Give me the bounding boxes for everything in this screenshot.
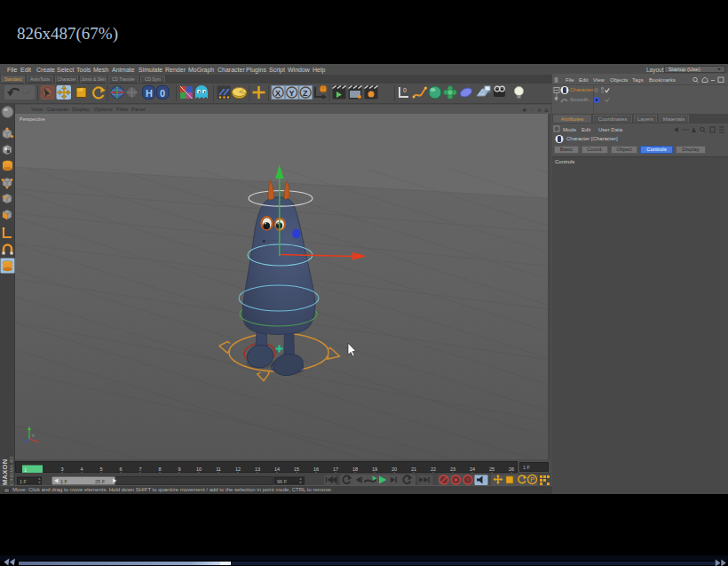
svg-text:1 F: 1 F — [60, 479, 68, 484]
svg-text:11: 11 — [216, 466, 221, 472]
svg-text:24: 24 — [470, 466, 475, 472]
svg-text:0: 0 — [160, 88, 165, 99]
svg-text:0: 0 — [403, 87, 407, 93]
svg-text:18: 18 — [352, 466, 358, 472]
svg-text:H: H — [146, 88, 153, 99]
svg-text:9: 9 — [178, 466, 180, 472]
svg-text:26: 26 — [509, 466, 514, 472]
svg-text:8: 8 — [158, 466, 161, 472]
svg-text:15: 15 — [294, 466, 299, 472]
svg-text:Y: Y — [32, 434, 35, 438]
svg-text:6: 6 — [119, 466, 122, 472]
svg-text:20: 20 — [392, 466, 397, 472]
svg-text:96 F: 96 F — [277, 479, 288, 484]
svg-text:5: 5 — [99, 466, 102, 472]
svg-text:19: 19 — [372, 466, 377, 472]
svg-text:X: X — [275, 89, 281, 98]
svg-text:25 F: 25 F — [95, 479, 106, 484]
svg-text:13: 13 — [255, 466, 260, 472]
svg-text:7: 7 — [138, 466, 141, 472]
svg-text:14: 14 — [274, 466, 280, 472]
svg-text:4: 4 — [80, 466, 83, 472]
svg-text:Z: Z — [303, 89, 308, 98]
svg-text:?: ? — [466, 477, 470, 483]
svg-text:25: 25 — [489, 466, 495, 472]
svg-text:22: 22 — [431, 466, 436, 472]
svg-text:16: 16 — [313, 466, 319, 472]
svg-text:Y: Y — [289, 89, 295, 98]
svg-text:17: 17 — [333, 466, 338, 472]
svg-text:10: 10 — [196, 466, 202, 472]
svg-text:1: 1 — [24, 467, 27, 473]
svg-text:CINEMA 4D: CINEMA 4D — [9, 456, 14, 485]
svg-text:1 F: 1 F — [20, 479, 28, 484]
svg-text:P: P — [530, 475, 534, 483]
svg-text:12: 12 — [235, 466, 241, 472]
svg-text:3: 3 — [60, 466, 63, 472]
svg-text:21: 21 — [411, 466, 416, 472]
svg-text:23: 23 — [450, 466, 455, 472]
svg-text:MAXON: MAXON — [1, 459, 9, 485]
